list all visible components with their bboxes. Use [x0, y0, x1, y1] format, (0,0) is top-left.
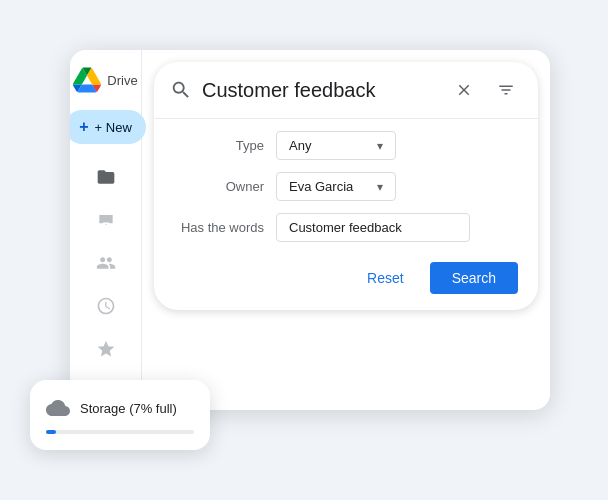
storage-top: Storage (7% full)	[46, 396, 194, 420]
type-chevron-icon: ▾	[377, 139, 383, 153]
new-button[interactable]: + + New	[70, 110, 146, 144]
drive-window: Drive + + New	[70, 50, 550, 410]
sidebar-item-myfiles[interactable]	[82, 158, 130, 195]
has-words-input[interactable]	[276, 213, 470, 242]
sidebar-item-shared[interactable]	[82, 244, 130, 281]
storage-card: Storage (7% full)	[30, 380, 210, 450]
filter-row-has-words: Has the words	[174, 213, 518, 242]
owner-chevron-icon: ▾	[377, 180, 383, 194]
drive-logo-area: Drive	[70, 66, 146, 94]
search-icon	[170, 79, 192, 101]
sidebar: Drive + + New	[70, 50, 142, 410]
search-query: Customer feedback	[202, 79, 438, 102]
folder-icon	[96, 167, 116, 187]
sidebar-item-computers[interactable]	[82, 201, 130, 238]
search-dialog: Customer feedback Type Any	[154, 62, 538, 310]
type-label: Type	[174, 138, 264, 153]
storage-label: Storage (7% full)	[80, 401, 177, 416]
drive-logo-icon	[73, 66, 101, 94]
star-icon	[96, 339, 116, 359]
main-content: Customer feedback Type Any	[142, 50, 550, 410]
filter-row-owner: Owner Eva Garcia ▾	[174, 172, 518, 201]
close-button[interactable]	[448, 74, 480, 106]
filter-icon	[497, 81, 515, 99]
computer-icon	[96, 210, 116, 230]
type-value: Any	[289, 138, 311, 153]
filter-row-type: Type Any ▾	[174, 131, 518, 160]
close-icon	[455, 81, 473, 99]
new-button-label: + New	[95, 120, 132, 135]
search-button[interactable]: Search	[430, 262, 518, 294]
filter-area: Type Any ▾ Owner Eva Garcia ▾ Ha	[154, 119, 538, 254]
owner-value: Eva Garcia	[289, 179, 353, 194]
sidebar-item-starred[interactable]	[82, 330, 130, 367]
has-words-label: Has the words	[174, 220, 264, 235]
type-select[interactable]: Any ▾	[276, 131, 396, 160]
reset-button[interactable]: Reset	[349, 262, 422, 294]
storage-bar-container	[46, 430, 194, 434]
sidebar-item-recent[interactable]	[82, 287, 130, 324]
owner-select[interactable]: Eva Garcia ▾	[276, 172, 396, 201]
search-header: Customer feedback	[154, 62, 538, 119]
new-button-icon: +	[79, 118, 88, 136]
people-icon	[96, 253, 116, 273]
cloud-icon	[46, 396, 70, 420]
storage-bar-fill	[46, 430, 56, 434]
dialog-actions: Reset Search	[154, 254, 538, 310]
clock-icon	[96, 296, 116, 316]
owner-label: Owner	[174, 179, 264, 194]
drive-title: Drive	[107, 73, 137, 88]
filter-options-button[interactable]	[490, 74, 522, 106]
